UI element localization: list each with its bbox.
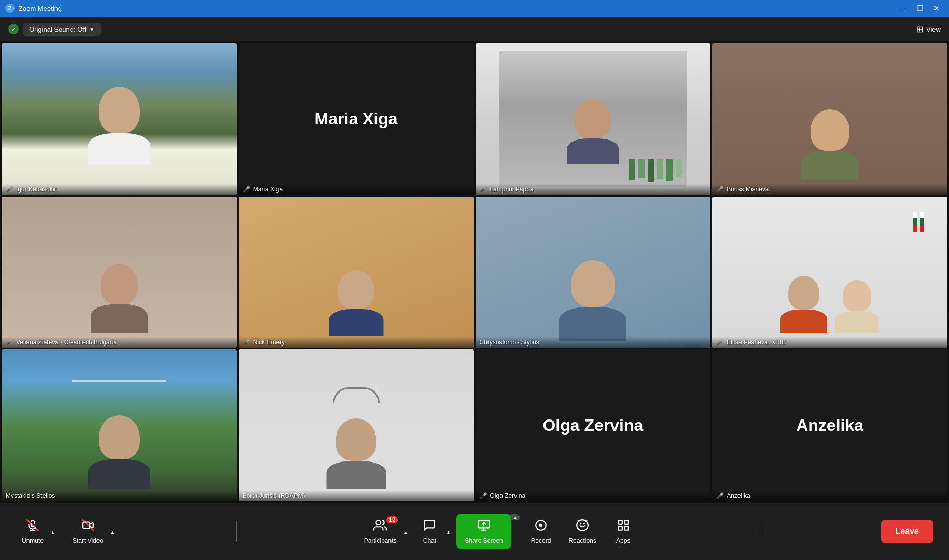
video-cell-maria-xiga: Maria Xiga 🎤 Maria Xiga bbox=[239, 43, 474, 195]
person-name-nick: Nick Emery bbox=[253, 339, 285, 346]
person-name-mystakidis: Mystakidis Stelios bbox=[6, 492, 55, 499]
toolbar-divider-2 bbox=[760, 521, 760, 542]
chat-label: Chat bbox=[423, 537, 436, 544]
person-label-olga: 🎤 Olga Zervina bbox=[476, 490, 711, 501]
person-label-igor: 🎤 Igor Kabashkin bbox=[2, 184, 237, 195]
person-label-lamprini: 🎤 Lamprini Pappa bbox=[476, 184, 711, 195]
share-screen-button[interactable]: Share Screen bbox=[456, 514, 511, 549]
person-label-anzelika: 🎤 Anzelika bbox=[712, 490, 947, 501]
bottom-toolbar: Unmute Start Video bbox=[0, 503, 949, 560]
top-bar: ✓ Original Sound: Off ▼ ⊞ View bbox=[0, 17, 949, 41]
person-label-elitsa: 🎤 Elitsa Pesheva, KRIB bbox=[712, 337, 947, 348]
chat-arrow[interactable] bbox=[445, 529, 451, 535]
person-name-igor: Igor Kabashkin bbox=[16, 186, 58, 193]
security-icon: ✓ bbox=[8, 24, 19, 34]
participants-arrow[interactable] bbox=[403, 529, 409, 535]
participants-button[interactable]: 12 Participants bbox=[358, 514, 403, 549]
start-video-label: Start Video bbox=[73, 537, 103, 544]
person-name-boriss: Boriss Misnevs bbox=[727, 186, 769, 193]
record-button[interactable]: Record bbox=[525, 514, 557, 549]
apps-button[interactable]: Apps bbox=[608, 514, 639, 549]
start-video-button[interactable]: Start Video bbox=[66, 514, 109, 549]
unmute-group: Unmute bbox=[16, 514, 56, 549]
toolbar-divider-1 bbox=[236, 521, 237, 542]
participants-label: Participants bbox=[364, 537, 397, 544]
svg-rect-12 bbox=[624, 526, 629, 530]
video-cell-boriss: 🎤 Boriss Misnevs bbox=[712, 43, 947, 195]
chat-button[interactable]: Chat bbox=[414, 514, 445, 549]
unmute-chevron bbox=[51, 529, 55, 535]
chat-chevron bbox=[446, 529, 450, 535]
mic-off-icon-igor: 🎤 bbox=[6, 186, 13, 193]
svg-point-5 bbox=[539, 524, 543, 527]
participants-group: 12 Participants bbox=[358, 514, 409, 549]
person-name-chrysostomos: Chrysostomos Stylios bbox=[480, 339, 539, 346]
mic-off-icon-elitsa: 🎤 bbox=[716, 339, 724, 346]
close-button[interactable]: ✕ bbox=[929, 3, 944, 13]
mic-off-icon-nick: 🎤 bbox=[243, 339, 250, 346]
participants-chevron bbox=[404, 529, 408, 535]
video-off-icon bbox=[81, 519, 95, 535]
big-name-maria: Maria Xiga bbox=[315, 109, 398, 129]
unmute-arrow[interactable] bbox=[50, 529, 56, 535]
mic-icon bbox=[26, 519, 39, 535]
maximize-button[interactable]: ❐ bbox=[913, 3, 927, 13]
big-name-olga: Olga Zervina bbox=[542, 416, 643, 435]
unmute-label: Unmute bbox=[22, 537, 44, 544]
video-cell-anzelika: Anzelika 🎤 Anzelika bbox=[712, 349, 947, 501]
video-cell-olga: Olga Zervina 🎤 Olga Zervina bbox=[476, 349, 711, 501]
chat-icon bbox=[423, 519, 436, 535]
svg-rect-9 bbox=[618, 520, 622, 524]
video-cell-chrysostomos: Chrysostomos Stylios bbox=[476, 197, 711, 348]
video-cell-borut: Borut Jurišić (RDAPM) bbox=[239, 349, 474, 501]
leave-button[interactable]: Leave bbox=[881, 520, 933, 543]
share-screen-icon bbox=[477, 519, 491, 535]
person-label-mystakidis: Mystakidis Stelios bbox=[2, 490, 237, 501]
zoom-icon: Z bbox=[5, 4, 15, 13]
title-bar: Z Zoom Meeting — ❐ ✕ bbox=[0, 0, 949, 17]
sound-chevron: ▼ bbox=[89, 26, 94, 32]
person-label-borut: Borut Jurišić (RDAPM) bbox=[239, 490, 474, 501]
video-cell-nick: 🎤 Nick Emery bbox=[239, 197, 474, 348]
video-cell-veliana: 🎤 Veliana Zlateva - Cleantech Bulgaria bbox=[2, 197, 237, 348]
reactions-icon bbox=[576, 519, 589, 535]
start-video-group: Start Video bbox=[66, 514, 116, 549]
participants-icon bbox=[373, 519, 387, 535]
chat-group: Chat bbox=[414, 514, 451, 549]
svg-point-2 bbox=[376, 520, 381, 525]
mic-off-icon-maria: 🎤 bbox=[243, 186, 250, 193]
person-name-maria: Maria Xiga bbox=[253, 186, 283, 193]
apps-icon bbox=[617, 519, 630, 535]
person-name-veliana: Veliana Zlateva - Cleantech Bulgaria bbox=[16, 339, 117, 346]
mic-off-icon-lamprini: 🎤 bbox=[480, 186, 487, 193]
person-name-anzelika: Anzelika bbox=[727, 492, 750, 499]
person-label-boriss: 🎤 Boriss Misnevs bbox=[712, 184, 947, 195]
window-title: Zoom Meeting bbox=[19, 5, 62, 12]
view-label: View bbox=[926, 25, 941, 33]
video-chevron bbox=[110, 529, 115, 535]
original-sound-button[interactable]: Original Sound: Off ▼ bbox=[23, 23, 101, 36]
toolbar-center: 12 Participants Chat bbox=[358, 514, 639, 549]
person-name-lamprini: Lamprini Pappa bbox=[490, 186, 534, 193]
svg-rect-11 bbox=[618, 526, 622, 530]
unmute-button[interactable]: Unmute bbox=[16, 514, 50, 549]
mic-off-icon-olga: 🎤 bbox=[480, 492, 487, 499]
video-cell-igor: 🎤 Igor Kabashkin bbox=[2, 43, 237, 195]
mic-off-icon-anzelika: 🎤 bbox=[716, 492, 724, 499]
person-name-elitsa: Elitsa Pesheva, KRIB bbox=[727, 339, 786, 346]
video-grid: 🎤 Igor Kabashkin Maria Xiga 🎤 Maria Xiga bbox=[0, 41, 949, 503]
record-icon bbox=[534, 519, 548, 535]
share-screen-chevron bbox=[513, 514, 518, 520]
minimize-button[interactable]: — bbox=[896, 3, 911, 13]
person-name-olga: Olga Zervina bbox=[490, 492, 526, 499]
svg-rect-10 bbox=[624, 520, 629, 524]
reactions-button[interactable]: Reactions bbox=[562, 514, 602, 549]
reactions-label: Reactions bbox=[568, 537, 596, 544]
share-screen-arrow[interactable] bbox=[511, 514, 520, 520]
video-arrow[interactable] bbox=[109, 529, 116, 535]
person-label-chrysostomos: Chrysostomos Stylios bbox=[476, 337, 711, 348]
window-controls[interactable]: — ❐ ✕ bbox=[896, 3, 944, 13]
view-button[interactable]: ⊞ View bbox=[916, 24, 941, 34]
share-screen-group: Share Screen bbox=[456, 514, 519, 549]
mic-off-icon-boriss: 🎤 bbox=[716, 186, 724, 193]
